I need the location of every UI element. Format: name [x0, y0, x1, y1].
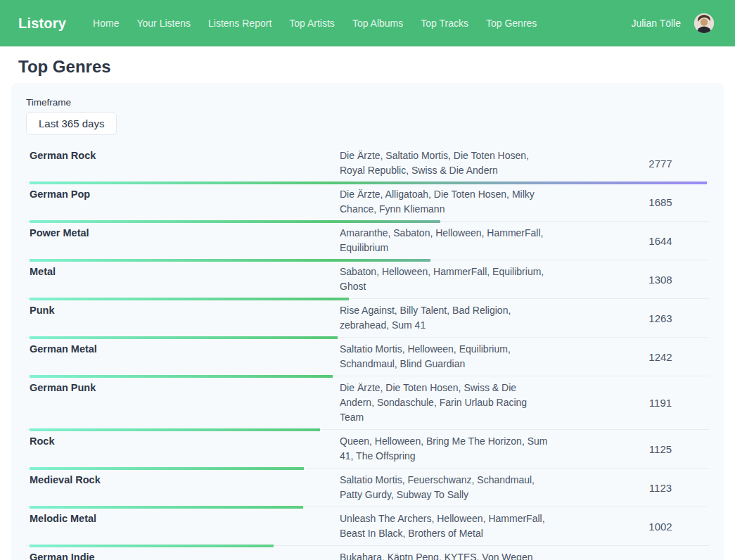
- user-name: Julian Tölle: [631, 18, 681, 29]
- brand-logo[interactable]: Listory: [18, 15, 66, 32]
- genre-row: Punk Rise Against, Billy Talent, Bad Rel…: [26, 299, 709, 338]
- genre-name: German Metal: [26, 342, 340, 371]
- genre-artists: Die Ärzte, Alligatoah, Die Toten Hosen, …: [340, 187, 612, 217]
- genre-artists: Queen, Helloween, Bring Me The Horizon, …: [340, 434, 612, 464]
- genre-count: 1002: [612, 511, 709, 541]
- genre-count: 1191: [612, 381, 709, 425]
- genre-name: Rock: [26, 434, 340, 464]
- genre-name: Power Metal: [26, 226, 340, 255]
- genre-count: 1308: [612, 265, 709, 294]
- page-title: Top Genres: [18, 57, 717, 77]
- genre-name: German Punk: [26, 381, 340, 425]
- genre-row: German Pop Die Ärzte, Alligatoah, Die To…: [26, 183, 709, 222]
- genre-name: Metal: [26, 265, 340, 294]
- genre-artists: Bukahara, Käptn Peng, KYTES, Von Wegen L…: [340, 550, 612, 560]
- genre-row: Metal Sabaton, Helloween, HammerFall, Eq…: [26, 260, 709, 299]
- main-nav: Home Your Listens Listens Report Top Art…: [93, 18, 631, 29]
- genre-count: 2777: [612, 148, 709, 178]
- genre-row: Rock Queen, Helloween, Bring Me The Hori…: [26, 430, 709, 469]
- nav-item[interactable]: Your Listens: [136, 18, 191, 29]
- genres-table: German Rock Die Ärzte, Saltatio Mortis, …: [26, 144, 709, 560]
- genre-name: German Pop: [26, 187, 340, 217]
- genre-row: Medieval Rock Saltatio Mortis, Feuerschw…: [26, 469, 709, 507]
- genre-count: 1263: [612, 303, 709, 333]
- timeframe-label: Timeframe: [26, 97, 709, 108]
- nav-item[interactable]: Top Artists: [289, 18, 335, 29]
- genre-row: German Rock Die Ärzte, Saltatio Mortis, …: [26, 144, 709, 183]
- genre-count: 1644: [612, 226, 709, 255]
- genre-name: Punk: [26, 303, 340, 333]
- genre-count: 1125: [612, 434, 709, 464]
- app-header: Listory Home Your Listens Listens Report…: [0, 0, 735, 46]
- genre-artists: Unleash The Archers, Helloween, HammerFa…: [340, 511, 612, 541]
- genre-artists: Die Ärzte, Saltatio Mortis, Die Toten Ho…: [340, 148, 612, 178]
- nav-item[interactable]: Top Tracks: [421, 18, 468, 29]
- genre-name: German Indie: [26, 550, 340, 560]
- genre-count: 1685: [612, 187, 709, 217]
- genre-row: Melodic Metal Unleash The Archers, Hello…: [26, 507, 709, 546]
- nav-item[interactable]: Listens Report: [208, 18, 271, 29]
- timeframe-select[interactable]: Last 365 days: [26, 112, 117, 135]
- genre-artists: Amaranthe, Sabaton, Helloween, HammerFal…: [340, 226, 612, 255]
- genre-count: 1242: [612, 342, 709, 371]
- genre-row: German Indie Bukahara, Käptn Peng, KYTES…: [26, 546, 709, 560]
- nav-item[interactable]: Top Albums: [352, 18, 403, 29]
- genre-name: Medieval Rock: [26, 473, 340, 502]
- genre-artists: Die Ärzte, Die Toten Hosen, Swiss & Die …: [340, 381, 612, 425]
- genre-row: German Metal Saltatio Mortis, Helloween,…: [26, 338, 709, 376]
- avatar-photo: [694, 13, 714, 33]
- genre-count: 926: [612, 550, 709, 560]
- user-avatar[interactable]: [694, 13, 714, 33]
- genre-artists: Sabaton, Helloween, HammerFall, Equilibr…: [340, 265, 612, 294]
- genre-row: German Punk Die Ärzte, Die Toten Hosen, …: [26, 376, 709, 430]
- genre-name: Melodic Metal: [26, 511, 340, 541]
- genre-count: 1123: [612, 473, 709, 502]
- genre-row: Power Metal Amaranthe, Sabaton, Hellowee…: [26, 222, 709, 260]
- top-genres-card: Timeframe Last 365 days German Rock Die …: [11, 83, 724, 560]
- user-menu[interactable]: Julian Tölle: [631, 13, 714, 33]
- nav-item[interactable]: Home: [93, 18, 119, 29]
- nav-item[interactable]: Top Genres: [486, 18, 537, 29]
- genre-name: German Rock: [26, 148, 340, 178]
- genre-artists: Rise Against, Billy Talent, Bad Religion…: [340, 303, 612, 333]
- genre-artists: Saltatio Mortis, Feuerschwanz, Schandmau…: [340, 473, 612, 502]
- genre-artists: Saltatio Mortis, Helloween, Equilibrium,…: [340, 342, 612, 371]
